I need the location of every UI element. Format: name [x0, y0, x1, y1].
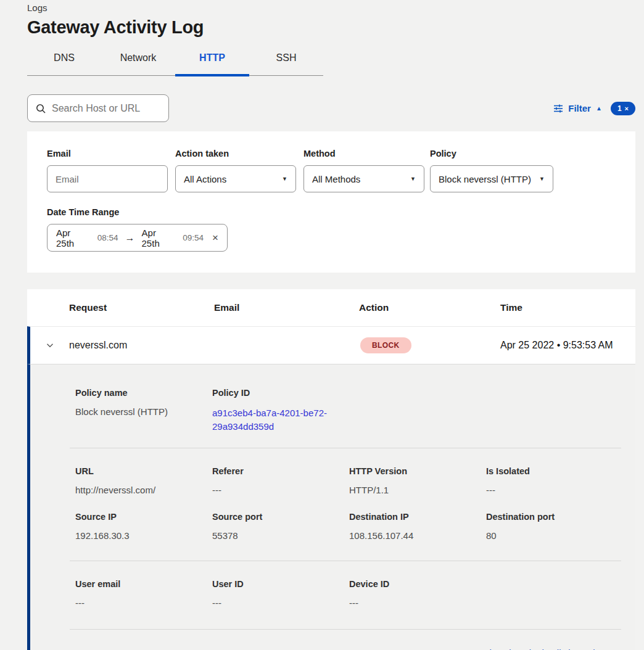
method-select[interactable]: All Methods ▼ [303, 165, 424, 192]
source-port-label: Source port [212, 512, 338, 522]
email-filter-input[interactable] [56, 174, 159, 184]
view-domain-in-radar-link[interactable]: View domain details in Radar → [484, 648, 615, 650]
section-divider [70, 561, 621, 561]
active-tab-indicator [175, 74, 249, 76]
source-ip-value: 192.168.30.3 [75, 530, 201, 541]
policy-value: Block neverssl (HTTP) [439, 174, 531, 184]
tab-ssh[interactable]: SSH [249, 52, 323, 75]
end-date: Apr 25th [142, 228, 176, 249]
table-header-row: Request Email Action Time [27, 289, 635, 326]
section-divider [70, 629, 621, 630]
row-time: Apr 25 2022 • 9:53:53 AM [500, 340, 635, 351]
expanded-log-details: Policy name Block neverssl (HTTP) Policy… [27, 364, 635, 650]
caret-down-icon: ▼ [282, 176, 287, 182]
search-box[interactable] [27, 94, 169, 122]
http-request-section-row1: URL http://neverssl.com/ Referer --- HTT… [70, 466, 621, 495]
policy-name-cell: Policy name Block neverssl (HTTP) [75, 388, 212, 434]
policy-section: Policy name Block neverssl (HTTP) Policy… [70, 388, 621, 448]
arrow-right-icon: → [125, 232, 135, 244]
device-id-cell: Device ID --- [349, 579, 621, 608]
policy-select[interactable]: Block neverssl (HTTP) ▼ [430, 165, 553, 192]
block-action-badge: BLOCK [360, 337, 411, 353]
policy-name-value: Block neverssl (HTTP) [75, 406, 201, 417]
policy-label: Policy [430, 149, 553, 158]
device-id-label: Device ID [349, 579, 610, 589]
method-field: Method All Methods ▼ [303, 149, 424, 192]
collapse-triangle-icon[interactable]: ▲ [596, 105, 602, 112]
clear-filters-icon[interactable]: × [625, 105, 629, 112]
breadcrumb: Logs [27, 2, 635, 13]
start-date: Apr 25th [56, 228, 91, 249]
user-email-label: User email [75, 579, 201, 589]
toolbar: Filter ▲ 1 × [27, 94, 635, 122]
is-isolated-label: Is Isolated [486, 466, 610, 476]
referer-value: --- [212, 485, 338, 495]
user-email-value: --- [75, 598, 201, 608]
url-cell: URL http://neverssl.com/ [75, 466, 212, 495]
user-id-label: User ID [212, 579, 338, 589]
is-isolated-value: --- [486, 485, 610, 495]
policy-field: Policy Block neverssl (HTTP) ▼ [430, 149, 553, 192]
tab-http[interactable]: HTTP [175, 52, 249, 75]
policy-id-link[interactable]: a91c3eb4-ba7a-4201-be72-29a934dd359d [212, 406, 336, 434]
policy-name-label: Policy name [75, 388, 201, 398]
source-ip-cell: Source IP 192.168.30.3 [75, 512, 212, 541]
filter-label[interactable]: Filter [568, 103, 591, 113]
email-filter-label: Email [47, 149, 168, 158]
user-id-cell: User ID --- [212, 579, 349, 608]
column-header-email: Email [214, 302, 359, 313]
user-email-cell: User email --- [75, 579, 212, 608]
action-taken-field: Action taken All Actions ▼ [175, 149, 296, 192]
row-action: BLOCK [359, 337, 500, 353]
source-port-cell: Source port 55378 [212, 512, 349, 541]
tab-bar: DNS Network HTTP SSH [27, 52, 323, 76]
destination-port-value: 80 [486, 530, 610, 541]
gateway-activity-page: Logs Gateway Activity Log DNS Network HT… [0, 0, 644, 650]
source-port-value: 55378 [212, 530, 338, 541]
column-header-time: Time [500, 302, 635, 313]
destination-ip-label: Destination IP [349, 512, 475, 522]
method-value: All Methods [312, 174, 360, 184]
destination-ip-value: 108.156.107.44 [349, 530, 475, 541]
is-isolated-cell: Is Isolated --- [486, 466, 621, 495]
action-taken-value: All Actions [184, 174, 226, 184]
radar-link-row: View domain details in Radar → [70, 648, 621, 650]
end-time: 09:54 [183, 233, 204, 242]
log-table: Request Email Action Time neverssl.com B… [27, 289, 635, 650]
filter-count: 1 [617, 104, 622, 113]
column-header-action: Action [359, 302, 500, 313]
search-icon [35, 103, 46, 114]
destination-ip-cell: Destination IP 108.156.107.44 [349, 512, 486, 541]
device-id-value: --- [349, 598, 610, 608]
row-request-host: neverssl.com [69, 340, 214, 351]
chevron-down-icon[interactable] [30, 340, 69, 350]
referer-cell: Referer --- [212, 466, 349, 495]
column-header-request: Request [69, 302, 214, 313]
method-label: Method [303, 149, 424, 158]
log-row-neverssl[interactable]: neverssl.com BLOCK Apr 25 2022 • 9:53:53… [27, 326, 635, 364]
http-version-value: HTTP/1.1 [349, 485, 475, 495]
action-taken-label: Action taken [175, 149, 296, 158]
policy-id-label: Policy ID [212, 388, 610, 398]
date-range-picker[interactable]: Apr 25th 08:54 → Apr 25th 09:54 × [47, 224, 228, 252]
section-divider [70, 448, 621, 448]
search-input[interactable] [52, 103, 161, 114]
clear-date-range-icon[interactable]: × [212, 232, 218, 244]
destination-port-label: Destination port [486, 512, 610, 522]
http-version-label: HTTP Version [349, 466, 475, 476]
tab-network[interactable]: Network [101, 52, 175, 75]
start-time: 08:54 [97, 233, 118, 242]
tab-dns[interactable]: DNS [27, 52, 101, 75]
url-value: http://neverssl.com/ [75, 485, 201, 495]
referer-label: Referer [212, 466, 338, 476]
policy-id-cell: Policy ID a91c3eb4-ba7a-4201-be72-29a934… [212, 388, 621, 434]
action-taken-select[interactable]: All Actions ▼ [175, 165, 296, 192]
url-label: URL [75, 466, 201, 476]
filter-toggle[interactable]: Filter ▲ 1 × [553, 102, 635, 115]
filter-sliders-icon [553, 104, 563, 113]
caret-down-icon: ▼ [539, 176, 545, 182]
email-filter-field: Email [47, 149, 168, 192]
source-ip-label: Source IP [75, 512, 201, 522]
active-filter-badge[interactable]: 1 × [611, 102, 635, 115]
destination-port-cell: Destination port 80 [486, 512, 621, 541]
